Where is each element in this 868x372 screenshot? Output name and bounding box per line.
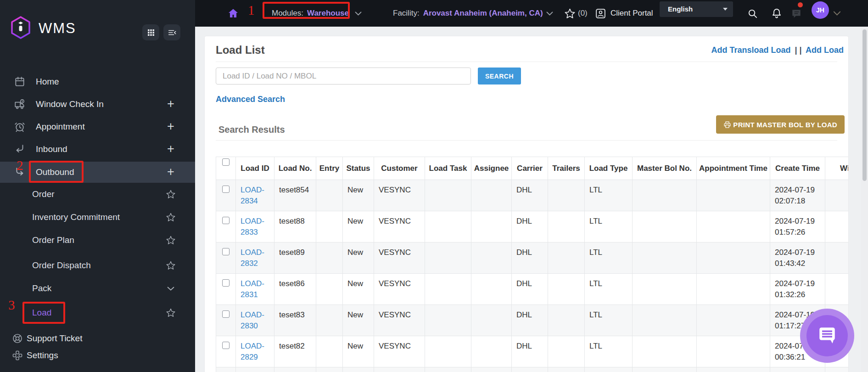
add-transload-load-link[interactable]: Add Transload Load	[711, 45, 791, 55]
sidebar-subitem-pack[interactable]: Pack	[0, 278, 195, 299]
add-load-link[interactable]: Add Load	[806, 45, 844, 55]
print-master-bol-button[interactable]: PRINT MASTER BOL BY LOAD	[716, 115, 845, 134]
carrier-cell: DHL	[512, 274, 548, 305]
sidebar-item-appointment[interactable]: Appointment +	[0, 116, 195, 137]
entry-cell	[316, 211, 343, 242]
user-menu-toggle[interactable]	[833, 0, 841, 27]
col-load-no: Load No.	[274, 157, 316, 180]
divider	[216, 140, 837, 141]
status-cell: New	[343, 274, 374, 305]
trailers-cell	[548, 211, 585, 242]
search-button-topbar[interactable]	[747, 0, 758, 27]
create-time-cell: 2024-07-19 02:07:18	[770, 180, 825, 211]
sidebar: WMS Home	[0, 0, 195, 372]
sidebar-subitem-order-plan[interactable]: Order Plan	[0, 230, 195, 251]
scrollbar-thumb[interactable]	[862, 29, 867, 181]
table-row-partial	[216, 367, 849, 372]
facility-dropdown-toggle[interactable]	[546, 0, 553, 27]
row-checkbox[interactable]	[222, 310, 230, 318]
col-window: Window	[825, 157, 849, 180]
load-id-link[interactable]: LOAD-2831	[241, 279, 264, 299]
chevron-down-icon	[355, 11, 362, 16]
chat-fab-inner	[806, 315, 848, 356]
entry-cell	[316, 274, 343, 305]
favorites-button[interactable]: (0)	[565, 0, 588, 27]
trailers-cell	[548, 242, 585, 274]
row-checkbox[interactable]	[222, 217, 230, 224]
facility-selector[interactable]: Facility: Arovast Anaheim (Anaheim, CA)	[393, 0, 543, 27]
sidebar-subitem-order[interactable]: Order	[0, 184, 195, 205]
load-id-cell: LOAD-2831	[236, 274, 274, 305]
load-task-cell	[425, 274, 471, 305]
row-select-cell	[216, 274, 236, 305]
apps-grid-button[interactable]	[142, 24, 159, 40]
row-checkbox[interactable]	[222, 279, 230, 287]
sidebar-subitem-order-dispatch[interactable]: Order Dispatch	[0, 255, 195, 276]
sidebar-subitem-label: Order Plan	[32, 230, 74, 251]
appointment-time-cell	[697, 180, 770, 211]
row-checkbox[interactable]	[222, 342, 230, 349]
table-row: LOAD-2834 teset854 New VESYNC DHL LTL	[216, 180, 849, 211]
entry-cell	[316, 305, 343, 336]
search-input[interactable]	[216, 68, 471, 85]
sidebar-item-home[interactable]: Home	[0, 71, 195, 92]
row-checkbox[interactable]	[222, 186, 230, 193]
sidebar-item-settings[interactable]: Settings	[0, 345, 195, 366]
language-select[interactable]: English	[660, 1, 733, 17]
load-id-link[interactable]: LOAD-2832	[241, 248, 264, 268]
print-master-bol-label: PRINT MASTER BOL BY LOAD	[733, 121, 837, 129]
row-checkbox[interactable]	[222, 248, 230, 255]
table-row: LOAD-2832 teset89 New VESYNC DHL LTL	[216, 242, 849, 274]
select-all-checkbox[interactable]	[222, 158, 230, 166]
appointment-time-cell	[697, 274, 770, 305]
customer-cell: VESYNC	[374, 305, 425, 336]
table-row: LOAD-2829 teset82 New VESYNC DHL LTL	[216, 336, 849, 367]
client-portal-button[interactable]: Client Portal	[595, 0, 653, 27]
load-task-cell	[425, 242, 471, 274]
load-id-link[interactable]: LOAD-2834	[241, 186, 264, 205]
expand-plus-icon[interactable]: +	[163, 116, 178, 136]
window-cell	[825, 211, 849, 242]
home-nav-button[interactable]	[228, 0, 239, 27]
modules-selector[interactable]: Modules: Warehouse	[272, 0, 349, 27]
modules-dropdown-toggle[interactable]	[355, 0, 362, 27]
col-status: Status	[343, 157, 374, 180]
favorite-star-icon[interactable]	[166, 190, 175, 199]
favorite-star-icon[interactable]	[166, 308, 175, 317]
advanced-search-link[interactable]: Advanced Search	[216, 95, 285, 104]
col-create-time: Create Time	[770, 157, 825, 180]
status-cell: New	[343, 242, 374, 274]
window-cell	[825, 242, 849, 274]
expand-plus-icon[interactable]: +	[163, 94, 178, 114]
sidebar-subitem-load[interactable]: Load	[0, 302, 195, 323]
search-button[interactable]: SEARCH	[478, 68, 521, 85]
load-task-cell	[425, 180, 471, 211]
sidebar-item-inbound[interactable]: Inbound +	[0, 139, 195, 160]
favorite-star-icon[interactable]	[166, 213, 175, 222]
notifications-button[interactable]	[771, 0, 782, 27]
home-icon	[228, 8, 239, 19]
load-id-link[interactable]: LOAD-2833	[241, 217, 264, 237]
favorite-star-icon[interactable]	[166, 261, 175, 270]
load-id-link[interactable]: LOAD-2829	[241, 342, 264, 361]
sidebar-collapse-button[interactable]	[163, 24, 180, 40]
col-appointment-time: Appointment Time	[697, 157, 770, 180]
expand-plus-icon[interactable]: +	[163, 139, 178, 159]
select-all-cell	[216, 157, 236, 180]
master-bol-cell	[633, 211, 697, 242]
chat-fab-button[interactable]	[800, 309, 854, 363]
load-id-link[interactable]: LOAD-2830	[241, 310, 264, 330]
sidebar-subitem-inventory-commitment[interactable]: Inventory Commitment	[0, 207, 195, 228]
wms-logo-icon	[10, 16, 31, 39]
page-title: Load List	[216, 44, 265, 56]
sidebar-subitem-label: Inventory Commitment	[32, 207, 120, 228]
expand-plus-icon[interactable]: +	[163, 162, 178, 182]
inbound-arrow-icon	[14, 143, 26, 155]
trailers-cell	[548, 274, 585, 305]
col-trailers: Trailers	[548, 157, 585, 180]
favorite-star-icon[interactable]	[166, 236, 175, 245]
user-avatar[interactable]: JH	[812, 1, 829, 19]
sidebar-item-outbound[interactable]: Outbound +	[0, 162, 195, 183]
search-icon	[747, 8, 758, 19]
sidebar-item-window-check-in[interactable]: Window Check In +	[0, 94, 195, 115]
